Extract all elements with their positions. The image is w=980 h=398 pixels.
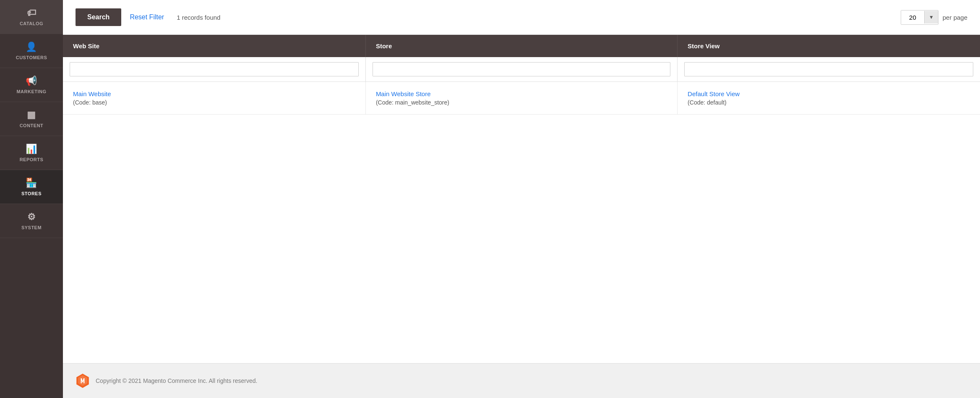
- sidebar-item-label: CUSTOMERS: [16, 55, 47, 60]
- sidebar-item-catalog[interactable]: 🏷 CATALOG: [0, 0, 63, 34]
- sidebar-item-marketing[interactable]: 📢 MARKETING: [0, 68, 63, 102]
- sidebar-item-label: REPORTS: [20, 157, 44, 162]
- records-found-text: 1 records found: [177, 14, 220, 21]
- website-code: (Code: base): [73, 99, 107, 106]
- stores-icon: 🏪: [26, 178, 37, 189]
- footer: Copyright © 2021 Magento Commerce Inc. A…: [63, 363, 980, 398]
- store-name-link[interactable]: Main Website Store: [376, 90, 667, 97]
- cell-website: Main Website (Code: base): [63, 82, 365, 115]
- sidebar-item-stores[interactable]: 🏪 STORES: [0, 170, 63, 204]
- sidebar-item-label: MARKETING: [16, 89, 46, 94]
- per-page-select[interactable]: ▼: [901, 10, 938, 25]
- store-view-name-link[interactable]: Default Store View: [688, 90, 970, 97]
- toolbar: Search Reset Filter 1 records found ▼ pe…: [63, 0, 980, 35]
- per-page-dropdown-arrow[interactable]: ▼: [924, 11, 938, 24]
- customers-icon: 👤: [26, 42, 37, 52]
- stores-table-wrapper: Web Site Store Store View: [63, 35, 980, 363]
- content-icon: ▦: [27, 110, 36, 120]
- per-page-input[interactable]: [901, 10, 924, 24]
- reset-filter-button[interactable]: Reset Filter: [130, 13, 164, 21]
- cell-store-view: Default Store View (Code: default): [678, 82, 980, 115]
- table-row: Main Website (Code: base) Main Website S…: [63, 82, 980, 115]
- catalog-icon: 🏷: [27, 8, 36, 18]
- magento-logo: [76, 374, 90, 388]
- website-name-link[interactable]: Main Website: [73, 90, 355, 97]
- per-page-label: per page: [943, 14, 967, 21]
- sidebar-item-system[interactable]: ⚙ SYSTEM: [0, 204, 63, 238]
- per-page-wrapper: ▼ per page: [901, 10, 967, 25]
- store-view-filter-input[interactable]: [684, 62, 973, 76]
- sidebar-item-label: CATALOG: [20, 21, 43, 26]
- cell-store: Main Website Store (Code: main_website_s…: [365, 82, 677, 115]
- store-view-code: (Code: default): [688, 99, 727, 106]
- system-icon: ⚙: [27, 212, 36, 223]
- filter-cell-website: [63, 57, 365, 82]
- sidebar-item-customers[interactable]: 👤 CUSTOMERS: [0, 34, 63, 68]
- column-header-website[interactable]: Web Site: [63, 35, 365, 57]
- store-code: (Code: main_website_store): [376, 99, 449, 106]
- sidebar-item-label: SYSTEM: [21, 225, 42, 230]
- sidebar-item-label: STORES: [21, 191, 42, 196]
- store-filter-input[interactable]: [373, 62, 670, 76]
- sidebar-item-label: CONTENT: [20, 123, 44, 128]
- copyright-text: Copyright © 2021 Magento Commerce Inc. A…: [96, 377, 257, 384]
- filter-cell-store: [365, 57, 677, 82]
- column-header-store-view[interactable]: Store View: [678, 35, 980, 57]
- marketing-icon: 📢: [26, 76, 37, 86]
- sidebar: 🏷 CATALOG 👤 CUSTOMERS 📢 MARKETING ▦ CONT…: [0, 0, 63, 398]
- website-filter-input[interactable]: [70, 62, 359, 76]
- reports-icon: 📊: [26, 144, 37, 154]
- stores-table: Web Site Store Store View: [63, 35, 980, 115]
- column-header-store[interactable]: Store: [365, 35, 677, 57]
- sidebar-item-content[interactable]: ▦ CONTENT: [0, 102, 63, 136]
- filter-cell-store-view: [678, 57, 980, 82]
- main-content: Search Reset Filter 1 records found ▼ pe…: [63, 0, 980, 398]
- filter-row: [63, 57, 980, 82]
- table-header-row: Web Site Store Store View: [63, 35, 980, 57]
- search-button[interactable]: Search: [76, 8, 121, 26]
- sidebar-item-reports[interactable]: 📊 REPORTS: [0, 136, 63, 170]
